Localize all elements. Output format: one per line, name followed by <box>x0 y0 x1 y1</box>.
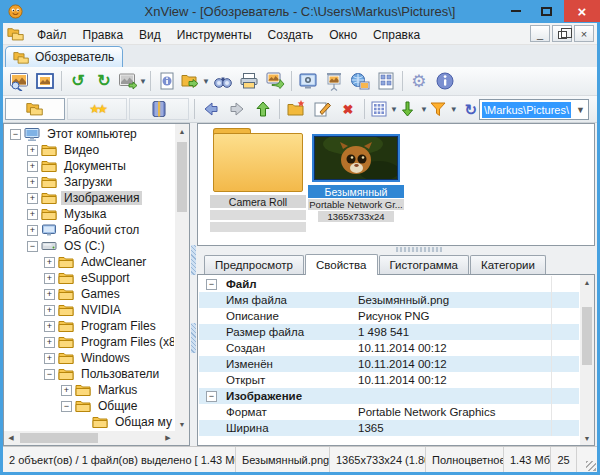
scroll-left-icon[interactable]: ◀ <box>4 431 18 445</box>
settings-button[interactable]: ⚙ <box>406 69 432 93</box>
tree-item-3[interactable]: +Загрузки <box>6 174 174 190</box>
batch-convert-button[interactable] <box>262 69 288 93</box>
resize-grip[interactable] <box>586 461 596 471</box>
tree-item-7[interactable]: −OS (C:) <box>6 238 174 254</box>
group-expander[interactable]: − <box>199 279 224 290</box>
tree-item-1[interactable]: +Видео <box>6 142 174 158</box>
horizontal-splitter[interactable] <box>197 246 595 253</box>
expand-icon[interactable]: + <box>27 225 38 236</box>
tree-hscroll-thumb[interactable] <box>20 433 98 443</box>
vertical-splitter[interactable] <box>190 123 197 446</box>
collapse-icon[interactable]: − <box>61 401 72 412</box>
scroll-right-icon[interactable]: ▶ <box>161 431 175 445</box>
web-export-button[interactable] <box>347 69 373 93</box>
expand-icon[interactable]: + <box>44 353 55 364</box>
filter-button[interactable]: ▼ <box>428 97 458 121</box>
group-expander[interactable]: − <box>199 391 224 402</box>
menu-item-2[interactable]: Вид <box>131 25 169 45</box>
scroll-up-icon[interactable]: ▲ <box>580 275 594 289</box>
tree-item-9[interactable]: +eSupport <box>6 270 174 286</box>
open-with-button[interactable]: ▼ <box>180 69 210 93</box>
search-button[interactable] <box>210 69 236 93</box>
tab-histogram[interactable]: Гистограмма <box>379 255 469 274</box>
contact-sheet-button[interactable] <box>373 69 399 93</box>
collapse-icon[interactable]: − <box>206 391 217 402</box>
expand-icon[interactable]: + <box>44 337 55 348</box>
collapse-icon[interactable]: − <box>206 279 217 290</box>
chevron-down-icon[interactable]: ▼ <box>573 105 588 115</box>
up-button[interactable] <box>250 97 276 121</box>
thumbnail-image-selected[interactable]: Безымянный Portable Network Gr... 1365x7… <box>308 134 404 222</box>
fullscreen-button[interactable] <box>32 69 58 93</box>
menu-item-1[interactable]: Правка <box>75 25 132 45</box>
expand-icon[interactable]: + <box>27 193 38 204</box>
mdi-minimize-button[interactable]: _ <box>530 25 550 42</box>
scroll-down-icon[interactable]: ▼ <box>175 417 189 431</box>
screen-capture-button[interactable] <box>295 69 321 93</box>
delete-button[interactable]: ✖ <box>335 97 361 121</box>
menu-item-5[interactable]: Окно <box>321 25 365 45</box>
tree-vscroll-thumb[interactable] <box>177 142 187 212</box>
mdi-restore-button[interactable] <box>552 25 572 42</box>
tree-item-12[interactable]: +Program Files <box>6 318 174 334</box>
menu-item-4[interactable]: Создать <box>260 25 322 45</box>
splitter-collapse-handle[interactable] <box>191 323 196 353</box>
collapse-icon[interactable]: − <box>44 369 55 380</box>
view-image-button[interactable] <box>6 69 32 93</box>
about-button[interactable] <box>432 69 458 93</box>
favorites-button[interactable]: ★★ <box>67 98 127 120</box>
tree-item-15[interactable]: −Пользователи <box>6 366 174 382</box>
print-button[interactable] <box>236 69 262 93</box>
tab-properties[interactable]: Свойства <box>305 254 378 275</box>
slideshow-button[interactable] <box>321 69 347 93</box>
expand-icon[interactable]: + <box>27 145 38 156</box>
tree-item-11[interactable]: +NVIDIA <box>6 302 174 318</box>
tree-item-4[interactable]: +Изображения <box>6 190 174 206</box>
collapse-icon[interactable]: − <box>27 241 38 252</box>
splitter-drag-handle[interactable] <box>396 247 442 252</box>
expand-icon[interactable]: + <box>44 305 55 316</box>
expand-icon[interactable]: + <box>27 177 38 188</box>
collapse-icon[interactable]: − <box>10 129 21 140</box>
tree-item-5[interactable]: +Музыка <box>6 206 174 222</box>
tab-browser[interactable]: Обозреватель <box>5 46 123 67</box>
tree-item-10[interactable]: +Games <box>6 286 174 302</box>
file-info-button[interactable] <box>154 69 180 93</box>
convert-button[interactable]: ▼ <box>117 69 147 93</box>
view-mode-button[interactable]: ▼ <box>368 97 398 121</box>
close-button[interactable]: × <box>564 0 600 22</box>
expand-icon[interactable]: + <box>44 257 55 268</box>
sort-button[interactable]: ▼ <box>398 97 428 121</box>
forward-button[interactable] <box>224 97 250 121</box>
menu-item-6[interactable]: Справка <box>365 25 428 45</box>
thumbnail-camera-roll[interactable]: Camera Roll <box>210 128 306 232</box>
properties-vscroll-thumb[interactable] <box>582 307 592 365</box>
edit-button[interactable] <box>309 97 335 121</box>
tree-item-17[interactable]: −Общие <box>6 398 174 414</box>
tree-item-16[interactable]: +Markus <box>6 382 174 398</box>
scroll-down-icon[interactable]: ▼ <box>580 431 594 445</box>
rotate-left-button[interactable]: ↺ <box>65 69 91 93</box>
tree-item-14[interactable]: +Windows <box>6 350 174 366</box>
tree-item-6[interactable]: +Рабочий стол <box>6 222 174 238</box>
categories-button[interactable] <box>129 98 189 120</box>
mdi-close-button[interactable]: × <box>574 25 594 42</box>
expand-icon[interactable]: + <box>27 161 38 172</box>
tab-categories[interactable]: Категории <box>470 255 546 274</box>
tree-vertical-scrollbar[interactable]: ▲ ▼ <box>175 124 189 431</box>
expand-icon[interactable]: + <box>27 209 38 220</box>
tree-item-0[interactable]: −Этот компьютер <box>6 126 174 142</box>
new-folder-button[interactable] <box>283 97 309 121</box>
back-button[interactable] <box>198 97 224 121</box>
address-combobox[interactable]: \Markus\Pictures\ ▼ <box>479 99 589 120</box>
menu-item-0[interactable]: Файл <box>29 25 75 45</box>
expand-icon[interactable]: + <box>44 321 55 332</box>
splitter-collapse-handle[interactable] <box>191 245 196 275</box>
tab-preview[interactable]: Предпросмотр <box>204 255 304 274</box>
expand-icon[interactable]: + <box>61 385 72 396</box>
properties-vertical-scrollbar[interactable]: ▲ ▼ <box>580 275 594 445</box>
expand-icon[interactable]: + <box>44 289 55 300</box>
maximize-button[interactable] <box>532 0 560 22</box>
tree-item-13[interactable]: +Program Files (x86 <box>6 334 174 350</box>
tree-item-18[interactable]: Общая му <box>6 414 174 430</box>
